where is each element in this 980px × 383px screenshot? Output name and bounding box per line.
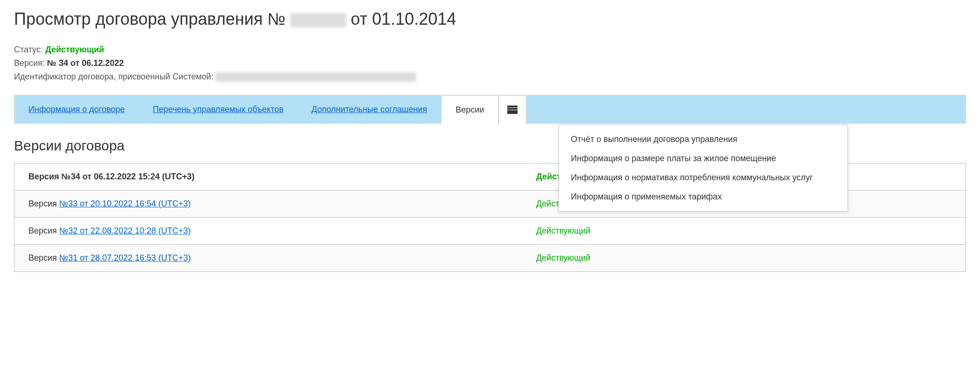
tab-objects[interactable]: Перечень управляемых объектов <box>139 95 297 123</box>
dropdown-item-tariffs[interactable]: Информация о применяемых тарифах <box>559 187 847 206</box>
id-label: Идентификатор договора, присвоенный Сист… <box>14 72 216 81</box>
title-prefix: Просмотр договора управления № <box>14 9 290 28</box>
id-row: Идентификатор договора, присвоенный Сист… <box>14 70 966 84</box>
status-badge: Действующий <box>45 45 104 54</box>
page-title: Просмотр договора управления № от 01.10.… <box>14 9 966 29</box>
version-cell: Версия №31 от 28.07.2022 16:53 (UTC+3) <box>28 253 536 263</box>
version-prefix: Версия <box>28 226 59 235</box>
tabs-container: Информация о договоре Перечень управляем… <box>14 95 966 124</box>
table-row: Версия №31 от 28.07.2022 16:53 (UTC+3) Д… <box>14 245 966 271</box>
status-row: Статус: Действующий <box>14 43 966 57</box>
version-value: № 34 от 06.12.2022 <box>47 58 124 68</box>
tab-agreements[interactable]: Дополнительные соглашения <box>298 95 441 123</box>
version-link[interactable]: №31 от 28.07.2022 16:53 (UTC+3) <box>59 253 191 262</box>
spacer <box>526 95 966 123</box>
dropdown-menu: Отчёт о выполнении договора управления И… <box>559 125 848 212</box>
meta-block: Статус: Действующий Версия: № 34 от 06.1… <box>14 43 966 83</box>
title-suffix: от 01.10.2014 <box>346 9 456 28</box>
dropdown-item-payment[interactable]: Информация о размере платы за жилое поме… <box>559 149 847 168</box>
version-cell: Версия №33 от 20.10.2022 16:54 (UTC+3) <box>28 199 536 209</box>
redacted-id <box>216 72 416 82</box>
table-row: Версия №32 от 22.08.2022 10:28 (UTC+3) Д… <box>14 218 966 245</box>
tab-menu-button[interactable]: Отчёт о выполнении договора управления И… <box>498 96 526 124</box>
status-label: Статус: <box>14 45 45 54</box>
version-cell: Версия №32 от 22.08.2022 10:28 (UTC+3) <box>28 226 536 236</box>
tab-info[interactable]: Информация о договоре <box>14 95 139 123</box>
redacted-number <box>290 13 346 27</box>
hamburger-icon <box>507 106 518 114</box>
version-prefix: Версия <box>28 253 59 262</box>
version-text: Версия №34 от 06.12.2022 15:24 (UTC+3) <box>28 172 195 181</box>
version-label: Версия: <box>14 58 47 68</box>
dropdown-item-report[interactable]: Отчёт о выполнении договора управления <box>559 130 847 149</box>
dropdown-item-norms[interactable]: Информация о нормативах потребления комм… <box>559 168 847 187</box>
version-link[interactable]: №32 от 22.08.2022 10:28 (UTC+3) <box>59 226 191 235</box>
version-prefix: Версия <box>28 199 59 208</box>
version-link[interactable]: №33 от 20.10.2022 16:54 (UTC+3) <box>59 199 191 208</box>
version-status: Действующий <box>536 226 952 236</box>
version-status: Действующий <box>536 253 952 263</box>
tab-versions[interactable]: Версии <box>441 96 498 124</box>
version-row: Версия: № 34 от 06.12.2022 <box>14 57 966 70</box>
version-cell: Версия №34 от 06.12.2022 15:24 (UTC+3) <box>28 172 536 182</box>
